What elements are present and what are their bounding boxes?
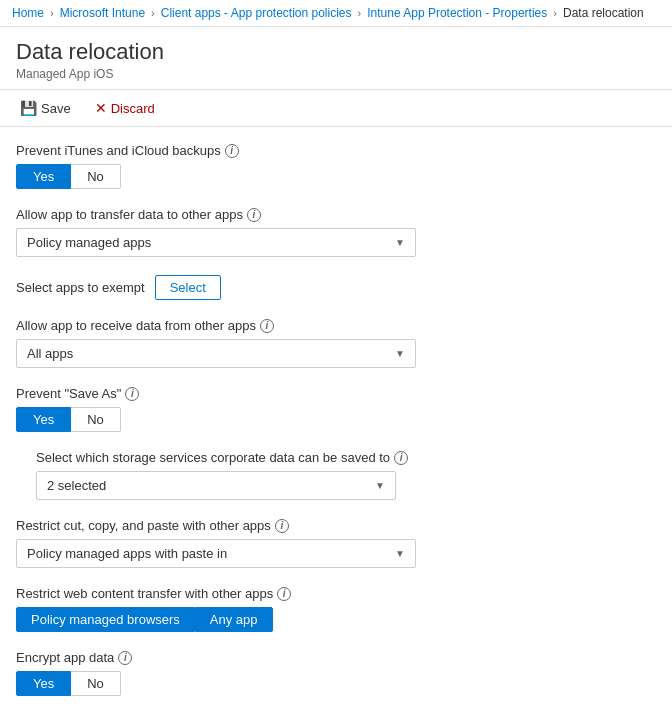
prevent-save-as-no-button[interactable]: No: [71, 407, 121, 432]
toolbar: 💾 Save ✕ Discard: [0, 90, 672, 127]
restrict-web-label: Restrict web content transfer with other…: [16, 586, 644, 601]
prevent-save-as-info-icon[interactable]: i: [125, 387, 139, 401]
encrypt-yes-button[interactable]: Yes: [16, 671, 71, 696]
prevent-itunes-label: Prevent iTunes and iCloud backups i: [16, 143, 644, 158]
encrypt-toggle: Yes No: [16, 671, 644, 696]
storage-services-chevron-icon: ▼: [375, 480, 385, 491]
discard-button[interactable]: ✕ Discard: [91, 98, 159, 118]
select-apps-exempt-button[interactable]: Select: [155, 275, 221, 300]
transfer-data-value: Policy managed apps: [27, 235, 151, 250]
breadcrumb-app-protection[interactable]: Intune App Protection - Properties: [367, 6, 547, 20]
encrypt-info-icon[interactable]: i: [118, 651, 132, 665]
prevent-itunes-toggle: Yes No: [16, 164, 644, 189]
page-header: Data relocation Managed App iOS: [0, 27, 672, 90]
transfer-data-info-icon[interactable]: i: [247, 208, 261, 222]
restrict-web-info-icon[interactable]: i: [277, 587, 291, 601]
prevent-itunes-info-icon[interactable]: i: [225, 144, 239, 158]
restrict-cut-info-icon[interactable]: i: [275, 519, 289, 533]
breadcrumb-home[interactable]: Home: [12, 6, 44, 20]
save-button[interactable]: 💾 Save: [16, 98, 75, 118]
breadcrumb-client-apps[interactable]: Client apps - App protection policies: [161, 6, 352, 20]
select-apps-exempt-row: Select apps to exempt Select: [16, 275, 644, 300]
breadcrumb-intune[interactable]: Microsoft Intune: [60, 6, 145, 20]
receive-data-group: Allow app to receive data from other app…: [16, 318, 644, 368]
prevent-save-as-label: Prevent "Save As" i: [16, 386, 644, 401]
restrict-cut-value: Policy managed apps with paste in: [27, 546, 227, 561]
content: Prevent iTunes and iCloud backups i Yes …: [0, 127, 660, 706]
prevent-save-as-yes-button[interactable]: Yes: [16, 407, 71, 432]
prevent-save-as-group: Prevent "Save As" i Yes No: [16, 386, 644, 432]
breadcrumb: Home › Microsoft Intune › Client apps - …: [0, 0, 672, 27]
restrict-web-policy-button[interactable]: Policy managed browsers: [16, 607, 195, 632]
restrict-web-toggle: Policy managed browsers Any app: [16, 607, 644, 632]
prevent-save-as-toggle: Yes No: [16, 407, 644, 432]
restrict-cut-label: Restrict cut, copy, and paste with other…: [16, 518, 644, 533]
select-apps-exempt-label: Select apps to exempt: [16, 280, 145, 295]
encrypt-no-button[interactable]: No: [71, 671, 121, 696]
receive-data-dropdown[interactable]: All apps ▼: [16, 339, 416, 368]
receive-data-label: Allow app to receive data from other app…: [16, 318, 644, 333]
prevent-itunes-group: Prevent iTunes and iCloud backups i Yes …: [16, 143, 644, 189]
storage-services-value: 2 selected: [47, 478, 106, 493]
storage-services-group: Select which storage services corporate …: [36, 450, 644, 500]
save-icon: 💾: [20, 100, 37, 116]
discard-label: Discard: [111, 101, 155, 116]
discard-icon: ✕: [95, 100, 107, 116]
receive-data-chevron-icon: ▼: [395, 348, 405, 359]
restrict-web-any-button[interactable]: Any app: [195, 607, 273, 632]
restrict-cut-group: Restrict cut, copy, and paste with other…: [16, 518, 644, 568]
breadcrumb-sep-4: ›: [553, 7, 557, 19]
transfer-data-chevron-icon: ▼: [395, 237, 405, 248]
storage-services-dropdown[interactable]: 2 selected ▼: [36, 471, 396, 500]
storage-services-info-icon[interactable]: i: [394, 451, 408, 465]
encrypt-label: Encrypt app data i: [16, 650, 644, 665]
page-title: Data relocation: [16, 39, 656, 65]
restrict-cut-chevron-icon: ▼: [395, 548, 405, 559]
prevent-itunes-yes-button[interactable]: Yes: [16, 164, 71, 189]
breadcrumb-sep-3: ›: [358, 7, 362, 19]
prevent-itunes-no-button[interactable]: No: [71, 164, 121, 189]
restrict-cut-dropdown[interactable]: Policy managed apps with paste in ▼: [16, 539, 416, 568]
page-subtitle: Managed App iOS: [16, 67, 656, 81]
storage-services-label: Select which storage services corporate …: [36, 450, 644, 465]
transfer-data-label: Allow app to transfer data to other apps…: [16, 207, 644, 222]
transfer-data-group: Allow app to transfer data to other apps…: [16, 207, 644, 257]
receive-data-value: All apps: [27, 346, 73, 361]
breadcrumb-sep-2: ›: [151, 7, 155, 19]
transfer-data-dropdown[interactable]: Policy managed apps ▼: [16, 228, 416, 257]
breadcrumb-sep-1: ›: [50, 7, 54, 19]
encrypt-group: Encrypt app data i Yes No: [16, 650, 644, 696]
receive-data-info-icon[interactable]: i: [260, 319, 274, 333]
save-label: Save: [41, 101, 71, 116]
restrict-web-group: Restrict web content transfer with other…: [16, 586, 644, 632]
breadcrumb-current: Data relocation: [563, 6, 644, 20]
